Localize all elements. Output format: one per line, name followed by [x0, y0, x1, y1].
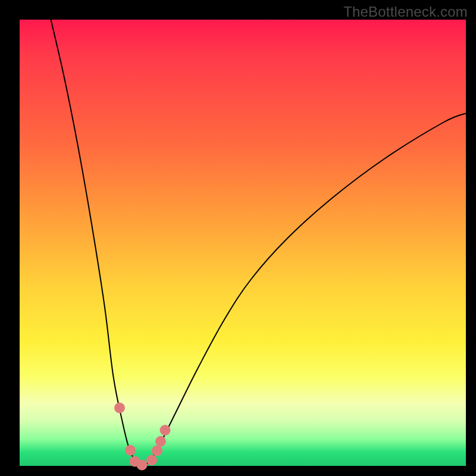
- bottleneck-curve: [20, 20, 466, 466]
- marker-group: [114, 403, 171, 471]
- data-marker: [125, 445, 136, 456]
- curve-path: [51, 20, 466, 466]
- chart-frame: TheBottleneck.com: [0, 0, 476, 476]
- data-marker: [146, 455, 157, 465]
- data-marker: [160, 425, 171, 436]
- attribution-watermark: TheBottleneck.com: [343, 4, 468, 20]
- plot-area: [20, 20, 466, 466]
- data-marker: [152, 446, 162, 456]
- data-marker: [137, 460, 148, 471]
- data-marker: [155, 436, 166, 447]
- data-marker: [114, 403, 125, 414]
